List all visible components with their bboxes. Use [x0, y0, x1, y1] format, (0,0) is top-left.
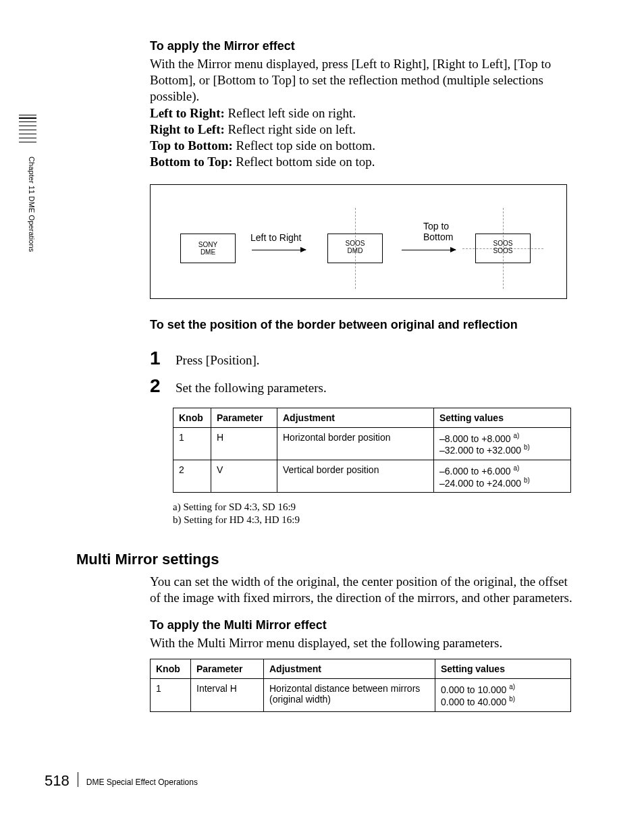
td-knob: 1 — [173, 427, 211, 460]
chapter-side-label: Chapter 11 DME Operations — [28, 157, 36, 252]
border-position-heading: To set the position of the border betwee… — [150, 318, 575, 332]
step-text: Set the following parameters. — [176, 376, 327, 397]
border-position-table: Knob Parameter Adjustment Setting values… — [173, 408, 571, 493]
th-adjustment: Adjustment — [264, 659, 435, 679]
table-row: 2 V Vertical border position –6.000 to +… — [173, 460, 571, 492]
def-bottom-to-top: Bottom to Top: Reflect bottom side on to… — [150, 154, 575, 170]
footer-divider — [78, 772, 78, 787]
page-number: 518 — [45, 772, 70, 790]
multi-mirror-intro: You can set the width of the original, t… — [150, 574, 575, 606]
binder-graphic — [19, 115, 36, 146]
table-header-row: Knob Parameter Adjustment Setting values — [173, 408, 571, 427]
td-parameter: Interval H — [191, 679, 264, 711]
td-setting-values: –8.000 to +8.000 a) –32.000 to +32.000 b… — [434, 427, 571, 460]
th-setting-values: Setting values — [435, 659, 571, 679]
figure-box-original: SONYDME — [180, 234, 236, 263]
multi-mirror-sub-heading: To apply the Multi Mirror effect — [150, 618, 575, 632]
td-adjustment: Horizontal border position — [277, 427, 434, 460]
mirror-figure: SONYDME Left to Right SOOS DMD Top toBot… — [150, 184, 567, 299]
td-knob: 1 — [151, 679, 191, 711]
table-row: 1 Interval H Horizontal distance between… — [151, 679, 571, 711]
multi-mirror-heading: Multi Mirror settings — [76, 551, 219, 568]
multi-mirror-sub-intro: With the Multi Mirror menu displayed, se… — [150, 635, 575, 651]
step-number: 1 — [150, 349, 176, 368]
td-setting-values: 0.000 to 10.000 a) 0.000 to 40.000 b) — [435, 679, 571, 711]
th-knob: Knob — [151, 659, 191, 679]
footer-title: DME Special Effect Operations — [86, 778, 198, 787]
td-setting-values: –6.000 to +6.000 a) –24.000 to +24.000 b… — [434, 460, 571, 492]
figure-box-lr-mirror: SOOS DMD — [327, 234, 383, 263]
td-adjustment: Horizontal distance between mirrors (ori… — [264, 679, 435, 711]
table-footnotes: a) Setting for SD 4:3, SD 16:9 b) Settin… — [173, 501, 575, 526]
table-row: 1 H Horizontal border position –8.000 to… — [173, 427, 571, 460]
step-text: Press [Position]. — [176, 348, 260, 369]
th-adjustment: Adjustment — [277, 408, 434, 427]
footnote-b: b) Setting for HD 4:3, HD 16:9 — [173, 514, 575, 526]
step-1: 1 Press [Position]. — [150, 348, 575, 369]
th-setting-values: Setting values — [434, 408, 571, 427]
td-parameter: V — [211, 460, 277, 492]
step-2: 2 Set the following parameters. — [150, 376, 575, 397]
arrow-icon — [252, 250, 306, 250]
arrow-icon — [402, 250, 456, 250]
multi-mirror-table: Knob Parameter Adjustment Setting values… — [150, 659, 571, 711]
figure-label-left-to-right: Left to Right — [250, 232, 302, 243]
td-adjustment: Vertical border position — [277, 460, 434, 492]
footnote-a: a) Setting for SD 4:3, SD 16:9 — [173, 501, 575, 514]
table-header-row: Knob Parameter Adjustment Setting values — [151, 659, 571, 679]
figure-label-top-to-bottom: Top toBottom — [423, 221, 453, 242]
step-number: 2 — [150, 377, 176, 396]
td-parameter: H — [211, 427, 277, 460]
th-parameter: Parameter — [211, 408, 277, 427]
td-knob: 2 — [173, 460, 211, 492]
mirror-heading: To apply the Mirror effect — [150, 39, 575, 53]
th-parameter: Parameter — [191, 659, 264, 679]
th-knob: Knob — [173, 408, 211, 427]
def-left-to-right: Left to Right: Reflect left side on righ… — [150, 105, 575, 121]
def-right-to-left: Right to Left: Reflect right side on lef… — [150, 121, 575, 138]
page-footer: 518 DME Special Effect Operations — [45, 771, 198, 790]
figure-box-tb-mirror: SOOSSOOS — [475, 234, 531, 263]
mirror-intro: With the Mirror menu displayed, press [L… — [150, 56, 575, 104]
def-top-to-bottom: Top to Bottom: Reflect top side on botto… — [150, 138, 575, 154]
